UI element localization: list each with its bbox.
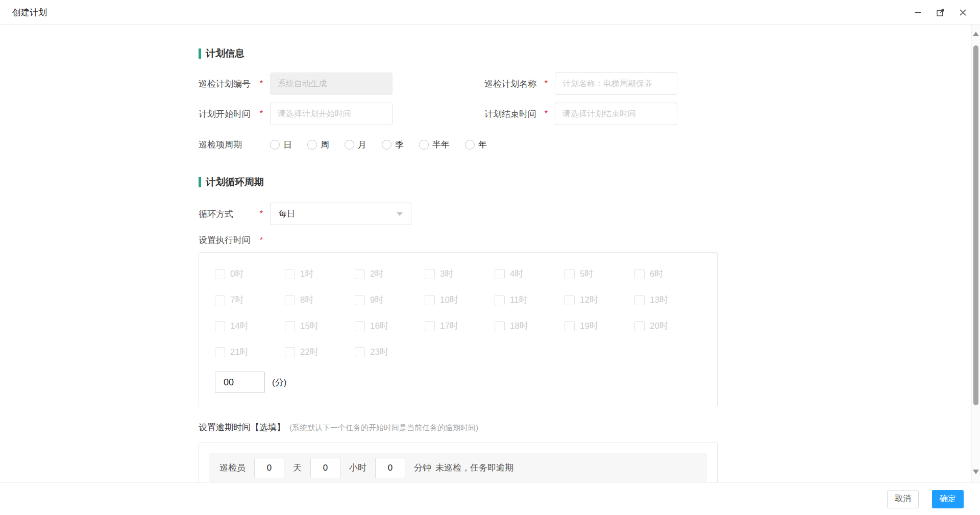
checkbox-icon <box>425 321 435 331</box>
hour-label: 6时 <box>650 268 663 280</box>
hour-checkbox-11时[interactable]: 11时 <box>495 294 565 306</box>
checkbox-icon <box>355 347 365 357</box>
hour-label: 4时 <box>510 268 523 280</box>
radio-option-季[interactable]: 季 <box>382 139 404 151</box>
hour-checkbox-6时[interactable]: 6时 <box>634 268 704 280</box>
checkbox-icon <box>355 295 365 305</box>
plan-number-input[interactable] <box>270 72 393 95</box>
section-cycle: 计划循环周期 <box>199 176 718 189</box>
hour-checkbox-2时[interactable]: 2时 <box>355 268 425 280</box>
checkbox-icon <box>215 321 225 331</box>
hour-label: 22时 <box>300 346 318 358</box>
hour-label: 13时 <box>650 294 668 306</box>
hour-checkbox-21时[interactable]: 21时 <box>215 346 285 358</box>
checkbox-icon <box>425 295 435 305</box>
radio-option-日[interactable]: 日 <box>270 139 292 151</box>
hour-checkbox-12时[interactable]: 12时 <box>565 294 634 306</box>
item-cycle-options: 日周月季半年年 <box>270 139 502 151</box>
plan-name-input[interactable] <box>555 72 677 95</box>
required-mark: * <box>545 109 548 118</box>
section-accent-bar <box>199 48 201 59</box>
hour-checkbox-5时[interactable]: 5时 <box>565 268 634 280</box>
vertical-scrollbar <box>971 25 980 482</box>
overdue-note: (系统默认下一个任务的开始时间是当前任务的逾期时间) <box>289 423 478 433</box>
hour-checkbox-22时[interactable]: 22时 <box>285 346 355 358</box>
field-plan-number: 巡检计划编号 * <box>199 72 484 95</box>
scroll-up-arrow-icon[interactable] <box>973 32 979 36</box>
minimize-icon[interactable] <box>913 7 923 17</box>
required-mark: * <box>260 236 263 245</box>
hour-checkbox-4时[interactable]: 4时 <box>495 268 565 280</box>
cycle-mode-select[interactable]: 每日 <box>270 203 411 225</box>
section-title: 计划信息 <box>206 47 244 60</box>
hour-label: 23时 <box>370 346 388 358</box>
field-label: 巡检项周期 <box>199 139 270 151</box>
field-end-time: 计划结束时间 * <box>484 103 677 125</box>
hour-label: 9时 <box>370 294 383 306</box>
checkbox-icon <box>425 269 435 279</box>
radio-option-年[interactable]: 年 <box>465 139 487 151</box>
start-time-input[interactable] <box>270 103 393 125</box>
overdue-minutes-input[interactable] <box>375 458 405 478</box>
hour-label: 5时 <box>580 268 593 280</box>
field-label: 巡检计划名称 * <box>484 78 555 90</box>
radio-option-月[interactable]: 月 <box>345 139 366 151</box>
hour-label: 21时 <box>230 346 249 358</box>
hour-checkbox-19时[interactable]: 19时 <box>565 320 634 332</box>
radio-option-半年[interactable]: 半年 <box>419 139 450 151</box>
hour-checkbox-10时[interactable]: 10时 <box>425 294 495 306</box>
overdue-days-input[interactable] <box>254 458 284 478</box>
checkbox-icon <box>215 295 225 305</box>
chevron-down-icon <box>397 212 403 216</box>
overdue-hours-input[interactable] <box>310 458 340 478</box>
hour-checkbox-7时[interactable]: 7时 <box>215 294 285 306</box>
close-icon[interactable] <box>958 7 968 17</box>
minute-row: (分) <box>215 372 717 393</box>
plan-number-label: 巡检计划编号 <box>199 78 251 90</box>
checkbox-icon <box>215 269 225 279</box>
end-time-input[interactable] <box>555 103 677 125</box>
checkbox-icon <box>634 295 645 305</box>
radio-label: 季 <box>395 139 404 151</box>
form-row-1: 巡检计划编号 * 巡检计划名称 * <box>199 72 718 95</box>
scrollbar-thumb[interactable] <box>973 45 978 405</box>
field-plan-name: 巡检计划名称 * <box>484 72 677 95</box>
radio-icon <box>382 140 391 150</box>
hour-checkbox-18时[interactable]: 18时 <box>495 320 565 332</box>
radio-label: 周 <box>321 139 329 151</box>
hour-label: 8时 <box>300 294 313 306</box>
window-title: 创建计划 <box>12 7 47 18</box>
hour-checkbox-13时[interactable]: 13时 <box>634 294 704 306</box>
maximize-icon[interactable] <box>935 7 945 17</box>
checkbox-icon <box>285 321 295 331</box>
hour-checkbox-1时[interactable]: 1时 <box>285 268 355 280</box>
form-row-2: 计划开始时间 * 计划结束时间 * <box>199 103 718 125</box>
hour-checkbox-14时[interactable]: 14时 <box>215 320 285 332</box>
hour-checkbox-17时[interactable]: 17时 <box>425 320 495 332</box>
field-cycle-mode: 循环方式 * 每日 <box>199 203 718 225</box>
checkbox-icon <box>285 295 295 305</box>
radio-option-周[interactable]: 周 <box>307 139 329 151</box>
hour-checkbox-9时[interactable]: 9时 <box>355 294 425 306</box>
checkbox-icon <box>495 321 505 331</box>
checkbox-icon <box>634 269 645 279</box>
hour-checkbox-15时[interactable]: 15时 <box>285 320 355 332</box>
scroll-down-arrow-icon[interactable] <box>973 470 979 474</box>
minute-input[interactable] <box>215 372 265 393</box>
hour-checkbox-0时[interactable]: 0时 <box>215 268 285 280</box>
hour-checkbox-3时[interactable]: 3时 <box>425 268 495 280</box>
hour-label: 3时 <box>440 268 453 280</box>
hour-checkbox-8时[interactable]: 8时 <box>285 294 355 306</box>
plan-name-label: 巡检计划名称 <box>484 78 536 90</box>
overdue-minutes-unit: 分钟 <box>414 462 431 474</box>
hour-checkbox-23时[interactable]: 23时 <box>355 346 425 358</box>
hour-label: 12时 <box>580 294 598 306</box>
overdue-days-unit: 天 <box>293 462 302 474</box>
hour-checkbox-20时[interactable]: 20时 <box>634 320 704 332</box>
field-label: 设置执行时间 * <box>199 234 270 246</box>
hour-label: 1时 <box>300 268 313 280</box>
confirm-button[interactable]: 确定 <box>932 490 964 508</box>
hour-checkbox-16时[interactable]: 16时 <box>355 320 425 332</box>
cancel-button[interactable]: 取消 <box>887 490 919 508</box>
radio-label: 半年 <box>432 139 450 151</box>
